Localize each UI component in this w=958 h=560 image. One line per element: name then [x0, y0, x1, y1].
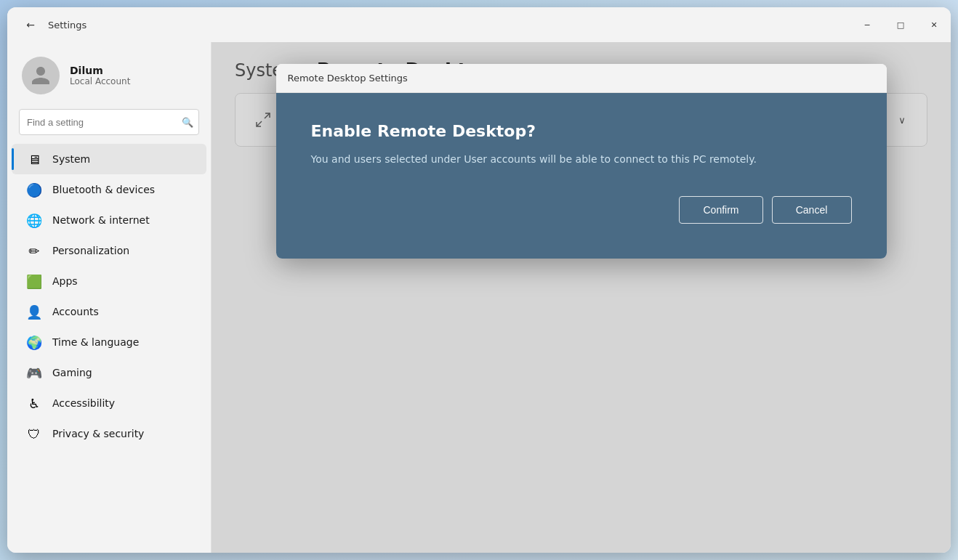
dialog-title: Remote Desktop Settings	[288, 73, 408, 84]
sidebar-item-system-label: System	[52, 153, 90, 165]
titlebar: ← Settings ─ □ ✕	[7, 7, 951, 42]
user-profile: Dilum Local Account	[7, 48, 211, 109]
sidebar-item-personalization[interactable]: ✏️ Personalization	[12, 235, 206, 266]
sidebar-item-privacy-label: Privacy & security	[52, 428, 144, 439]
back-button[interactable]: ←	[19, 13, 42, 36]
sidebar-item-bluetooth-label: Bluetooth & devices	[52, 184, 155, 195]
dialog-overlay: Remote Desktop Settings Enable Remote De…	[212, 42, 951, 553]
sidebar: Dilum Local Account 🔍 🖥 System 🔵 Bluetoo…	[7, 42, 211, 553]
sidebar-item-accessibility[interactable]: ♿ Accessibility	[12, 388, 206, 418]
content-area: Dilum Local Account 🔍 🖥 System 🔵 Bluetoo…	[7, 42, 951, 553]
minimize-button[interactable]: ─	[850, 7, 884, 42]
sidebar-item-time[interactable]: 🌍 Time & language	[12, 327, 206, 357]
user-account-type: Local Account	[70, 76, 130, 86]
titlebar-title: Settings	[48, 20, 86, 31]
sidebar-item-apps-label: Apps	[52, 275, 78, 287]
user-info: Dilum Local Account	[70, 65, 130, 86]
sidebar-item-network[interactable]: 🌐 Network & internet	[12, 205, 206, 235]
sidebar-item-accounts[interactable]: 👤 Accounts	[12, 296, 206, 327]
sidebar-item-personalization-label: Personalization	[52, 245, 129, 256]
settings-window: ← Settings ─ □ ✕	[7, 7, 951, 553]
search-input[interactable]	[19, 109, 199, 135]
accounts-icon: 👤	[26, 304, 42, 320]
sidebar-item-time-label: Time & language	[52, 336, 139, 348]
avatar	[22, 57, 60, 94]
maximize-button[interactable]: □	[884, 7, 917, 42]
personalization-icon: ✏️	[26, 243, 42, 259]
sidebar-item-accounts-label: Accounts	[52, 306, 99, 317]
dialog-description: You and users selected under User accoun…	[311, 152, 852, 167]
user-name: Dilum	[70, 65, 130, 76]
cancel-button[interactable]: Cancel	[772, 196, 852, 224]
dialog-buttons: Confirm Cancel	[311, 196, 852, 224]
search-box: 🔍	[19, 109, 199, 135]
confirm-button[interactable]: Confirm	[679, 196, 762, 224]
bluetooth-icon: 🔵	[26, 182, 42, 198]
sidebar-item-gaming[interactable]: 🎮 Gaming	[12, 357, 206, 388]
sidebar-item-gaming-label: Gaming	[52, 367, 92, 378]
user-avatar-icon	[30, 65, 52, 86]
main-content-area: System › Remote Desktop	[211, 42, 951, 553]
dialog-heading: Enable Remote Desktop?	[311, 122, 852, 140]
sidebar-item-privacy[interactable]: 🛡 Privacy & security	[12, 418, 206, 449]
gaming-icon: 🎮	[26, 365, 42, 381]
system-icon: 🖥	[26, 151, 42, 167]
time-icon: 🌍	[26, 334, 42, 350]
sidebar-item-apps[interactable]: 🟩 Apps	[12, 266, 206, 296]
dialog-titlebar: Remote Desktop Settings	[276, 64, 887, 93]
sidebar-item-bluetooth[interactable]: 🔵 Bluetooth & devices	[12, 174, 206, 205]
apps-icon: 🟩	[26, 273, 42, 289]
accessibility-icon: ♿	[26, 395, 42, 411]
search-icon: 🔍	[182, 117, 193, 128]
network-icon: 🌐	[26, 212, 42, 228]
privacy-icon: 🛡	[26, 426, 42, 442]
sidebar-item-accessibility-label: Accessibility	[52, 397, 115, 409]
sidebar-item-network-label: Network & internet	[52, 214, 150, 226]
sidebar-item-system[interactable]: 🖥 System	[12, 144, 206, 174]
close-button[interactable]: ✕	[917, 7, 951, 42]
confirmation-dialog: Remote Desktop Settings Enable Remote De…	[276, 64, 887, 259]
window-controls: ─ □ ✕	[850, 7, 951, 42]
dialog-body: Enable Remote Desktop? You and users sel…	[276, 93, 887, 259]
